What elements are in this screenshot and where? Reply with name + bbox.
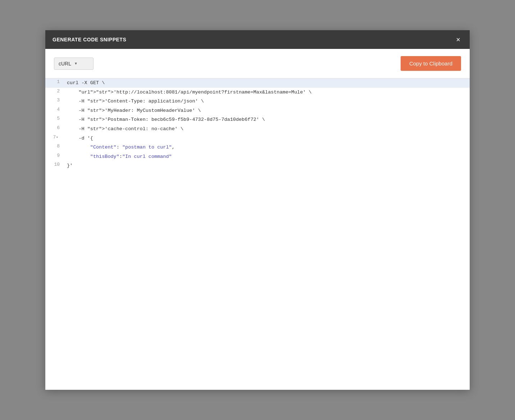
- line-content: "Content": "postman to curl",: [64, 143, 178, 152]
- line-content: "thisBody":"In curl command": [64, 152, 175, 161]
- modal-title: GENERATE CODE SNIPPETS: [53, 37, 126, 42]
- language-dropdown[interactable]: cURL ▼: [54, 58, 94, 70]
- line-content: curl -X GET \: [64, 78, 108, 88]
- code-line: 1curl -X GET \: [45, 78, 470, 88]
- line-content: -H "str">'MyHeader: MyCustomHeaderValue'…: [64, 106, 204, 115]
- line-number: 6: [45, 124, 64, 131]
- line-content: }': [64, 161, 76, 170]
- code-line: 5 -H "str">'Postman-Token: becb6c59-f5b9…: [45, 115, 470, 124]
- line-number: 7▾: [45, 134, 64, 141]
- line-number: 3: [45, 97, 64, 104]
- line-content: "url">"str">'http://localhost:8081/api/m…: [64, 88, 315, 97]
- code-line: 2 "url">"str">'http://localhost:8081/api…: [45, 88, 470, 97]
- line-number: 5: [45, 115, 64, 122]
- line-number: 4: [45, 106, 64, 113]
- copy-to-clipboard-button[interactable]: Copy to Clipboard: [401, 56, 461, 71]
- chevron-down-icon: ▼: [74, 61, 78, 65]
- line-number: 2: [45, 88, 64, 95]
- code-line: 4 -H "str">'MyHeader: MyCustomHeaderValu…: [45, 106, 470, 115]
- code-line: 8 "Content": "postman to curl",: [45, 143, 470, 152]
- code-line: 3 -H "str">'Content-Type: application/js…: [45, 97, 470, 106]
- close-button[interactable]: ×: [454, 35, 462, 44]
- modal-toolbar: cURL ▼ Copy to Clipboard: [45, 49, 470, 78]
- code-line: 6 -H "str">'cache-control: no-cache' \: [45, 124, 470, 134]
- line-content: -H "str">'Content-Type: application/json…: [64, 97, 207, 106]
- code-lines: 1curl -X GET \2 "url">"str">'http://loca…: [45, 78, 470, 170]
- line-number: 1: [45, 78, 64, 85]
- language-label: cURL: [59, 61, 71, 67]
- line-number: 10: [45, 161, 64, 168]
- code-line: 10}': [45, 161, 470, 170]
- line-content: -d '{: [64, 134, 96, 143]
- modal-overlay: GENERATE CODE SNIPPETS × cURL ▼ Copy to …: [0, 0, 515, 420]
- line-content: -H "str">'cache-control: no-cache' \: [64, 124, 186, 134]
- line-number: 8: [45, 143, 64, 150]
- code-line: 9 "thisBody":"In curl command": [45, 152, 470, 161]
- line-number: 9: [45, 152, 64, 159]
- line-content: -H "str">'Postman-Token: becb6c59-f5b9-4…: [64, 115, 268, 124]
- modal-header: GENERATE CODE SNIPPETS ×: [45, 30, 470, 49]
- fold-indicator: ▾: [56, 135, 58, 140]
- code-line: 7▾ -d '{: [45, 134, 470, 143]
- modal: GENERATE CODE SNIPPETS × cURL ▼ Copy to …: [45, 30, 470, 390]
- code-area[interactable]: 1curl -X GET \2 "url">"str">'http://loca…: [45, 78, 470, 390]
